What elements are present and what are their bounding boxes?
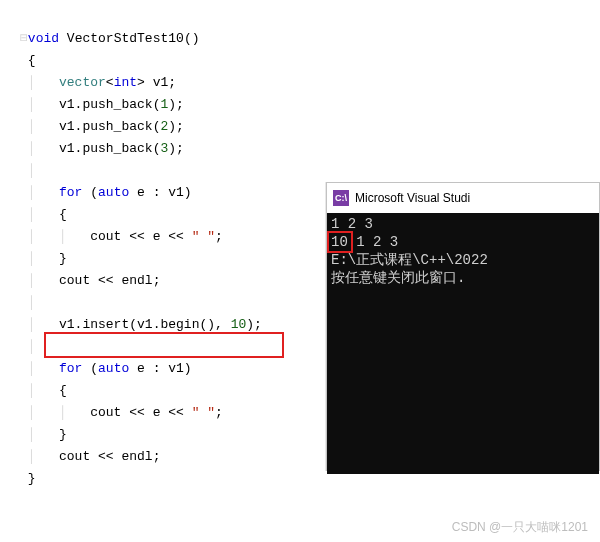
pushback3-a: v1.push_back( xyxy=(59,141,160,156)
pushback2-a: v1.push_back( xyxy=(59,119,160,134)
console-titlebar[interactable]: C:\ Microsoft Visual Studi xyxy=(327,183,599,213)
for2-brace-open: { xyxy=(59,383,67,398)
brace-open: { xyxy=(28,53,36,68)
keyword-auto-1: auto xyxy=(98,185,129,200)
angle-lt: < xyxy=(106,75,114,90)
keyword-for-2: for xyxy=(59,361,82,376)
for1-po: ( xyxy=(82,185,98,200)
cout1-b: ; xyxy=(215,229,223,244)
cout-endl-2: cout << endl; xyxy=(59,449,160,464)
fold-guide: ⊟ xyxy=(20,31,28,46)
keyword-auto-2: auto xyxy=(98,361,129,376)
pushback1-a: v1.push_back( xyxy=(59,97,160,112)
console-title-text: Microsoft Visual Studi xyxy=(355,191,470,205)
decl-v1: v1; xyxy=(145,75,176,90)
vs-console-icon: C:\ xyxy=(333,190,349,206)
str-space-2: " " xyxy=(192,405,215,420)
cout2-b: ; xyxy=(215,405,223,420)
watermark: CSDN @一只大喵咪1201 xyxy=(452,519,588,536)
pushback2-b: ); xyxy=(168,119,184,134)
keyword-for-1: for xyxy=(59,185,82,200)
keyword-void: void xyxy=(28,31,59,46)
console-window: C:\ Microsoft Visual Studi 1 2 3 10 1 2 … xyxy=(326,182,600,471)
for1-brace-open: { xyxy=(59,207,67,222)
type-vector: vector xyxy=(59,75,106,90)
cout2-a: cout << e << xyxy=(90,405,191,420)
num-10: 10 xyxy=(231,317,247,332)
pushback3-b: ); xyxy=(168,141,184,156)
console-body[interactable]: 1 2 3 10 1 2 3 E:\正式课程\C++\2022 按任意键关闭此窗… xyxy=(327,213,599,474)
for1-mid: e : v1) xyxy=(129,185,191,200)
function-name: VectorStdTest10 xyxy=(59,31,184,46)
for1-brace-close: } xyxy=(59,251,67,266)
code-editor: ⊟void VectorStdTest10() { │ vector<int> … xyxy=(20,6,262,490)
insert-b: ); xyxy=(246,317,262,332)
angle-gt: > xyxy=(137,75,145,90)
console-line-1: 1 2 3 xyxy=(331,215,595,233)
console-line-2: 10 1 2 3 xyxy=(331,233,595,251)
for2-mid: e : v1) xyxy=(129,361,191,376)
cout1-a: cout << e << xyxy=(90,229,191,244)
pushback1-b: ); xyxy=(168,97,184,112)
cout-endl-1: cout << endl; xyxy=(59,273,160,288)
keyword-int: int xyxy=(114,75,137,90)
parens: () xyxy=(184,31,200,46)
brace-close: } xyxy=(28,471,36,486)
for2-brace-close: } xyxy=(59,427,67,442)
insert-a: v1.insert(v1.begin(), xyxy=(59,317,231,332)
str-space-1: " " xyxy=(192,229,215,244)
for2-po: ( xyxy=(82,361,98,376)
console-line-5: 按任意键关闭此窗口. xyxy=(331,269,595,287)
console-line-4: E:\正式课程\C++\2022 xyxy=(331,251,595,269)
